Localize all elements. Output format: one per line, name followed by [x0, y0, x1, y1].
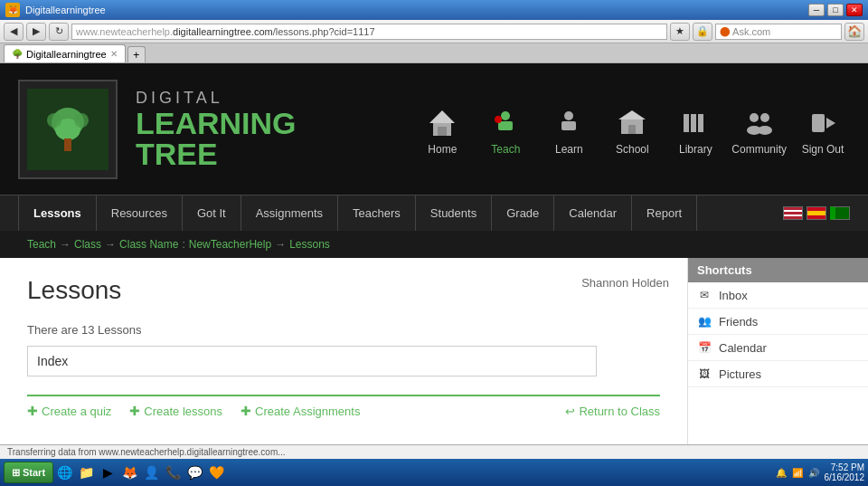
start-button[interactable]: ⊞ Start	[4, 462, 53, 483]
create-assignments-link[interactable]: ✚ Create Assignments	[241, 404, 360, 418]
address-prefix: www.newteacherhelp.	[76, 26, 173, 37]
create-quiz-link[interactable]: ✚ Create a quiz	[27, 404, 111, 418]
svg-marker-25	[826, 118, 835, 129]
taskbar-app2-icon[interactable]: 👤	[142, 463, 160, 481]
create-lessons-link[interactable]: ✚ Create lessons	[129, 404, 222, 418]
return-icon: ↩	[565, 405, 575, 418]
page-title: Lessons	[27, 276, 660, 305]
submenu-assignments[interactable]: Assignments	[241, 195, 338, 231]
window-controls: ─ □ ✕	[808, 4, 863, 16]
taskbar-app3-icon[interactable]: 📞	[164, 463, 182, 481]
breadcrumb-class[interactable]: Class	[74, 238, 101, 251]
breadcrumb-teach[interactable]: Teach	[27, 238, 56, 251]
submenu-teachers[interactable]: Teachers	[338, 195, 416, 231]
return-to-class-link[interactable]: ↩ Return to Class	[565, 405, 660, 418]
create-assignments-label: Create Assignments	[255, 405, 360, 418]
flag-pt[interactable]	[830, 206, 850, 220]
search-bar[interactable]: ⬤ Ask.com	[715, 24, 842, 40]
star-button[interactable]: ★	[670, 23, 690, 41]
nav-library[interactable]: Library	[668, 103, 722, 156]
svg-rect-17	[684, 114, 689, 132]
taskbar-firefox-icon[interactable]: 🦊	[120, 463, 138, 481]
nav-school[interactable]: School	[605, 103, 659, 156]
active-tab[interactable]: 🌳 Digitallearningtree ✕	[4, 44, 126, 62]
create-lessons-plus-icon: ✚	[129, 404, 140, 418]
svg-point-20	[750, 113, 759, 122]
breadcrumb-newteacherhelp[interactable]: NewTeacherHelp	[189, 238, 271, 251]
shortcut-friends-label: Friends	[719, 315, 758, 329]
address-bar[interactable]: www.newteacherhelp.digitallearningtree.c…	[71, 24, 667, 40]
nav-library-label: Library	[679, 143, 712, 156]
shortcut-friends[interactable]: 👥 Friends	[688, 309, 868, 335]
start-label: Start	[23, 467, 45, 478]
page-content: DIGITAL LEARNING TREE Home	[0, 63, 868, 459]
pictures-icon: 🖼	[697, 367, 712, 381]
back-button[interactable]: ◀	[4, 23, 24, 41]
breadcrumb-classname[interactable]: Class Name	[119, 238, 178, 251]
submenu-resources[interactable]: Resources	[97, 195, 183, 231]
shortcuts-header: Shortcuts	[688, 258, 868, 282]
submenu-grade[interactable]: Grade	[492, 195, 554, 231]
taskbar-app4-icon[interactable]: 🧡	[207, 463, 225, 481]
main-area: Lessons Shannon Holden There are 13 Less…	[0, 258, 868, 444]
shortcut-pictures-label: Pictures	[719, 367, 761, 381]
school-nav-icon	[612, 103, 652, 143]
submenu-lessons[interactable]: Lessons	[18, 195, 97, 231]
tab-close-icon[interactable]: ✕	[110, 49, 118, 59]
minimize-button[interactable]: ─	[808, 4, 825, 16]
main-nav: Home Teach	[415, 103, 850, 156]
title-bar: 🦊 Digitallearningtree ─ □ ✕	[0, 0, 868, 20]
refresh-button[interactable]: ↻	[49, 23, 69, 41]
svg-point-21	[760, 113, 769, 122]
inbox-icon: ✉	[697, 288, 712, 302]
flag-us[interactable]	[783, 206, 803, 220]
calendar-icon: 📅	[697, 340, 712, 355]
learn-nav-icon	[549, 103, 589, 143]
breadcrumb-lessons: Lessons	[289, 238, 330, 251]
submenu-report[interactable]: Report	[632, 195, 697, 231]
site-logo[interactable]	[18, 80, 118, 179]
site-title: DIGITAL LEARNING TREE	[136, 89, 297, 169]
nav-learn[interactable]: Learn	[542, 103, 596, 156]
nav-teach[interactable]: Teach	[478, 103, 533, 156]
submenu-gotit[interactable]: Got It	[183, 195, 241, 231]
nav-home[interactable]: Home	[415, 103, 469, 156]
forward-button[interactable]: ▶	[26, 23, 46, 41]
nav-home-label: Home	[428, 143, 457, 156]
new-tab-button[interactable]: +	[127, 46, 146, 62]
close-button[interactable]: ✕	[846, 4, 863, 16]
taskbar-skype-icon[interactable]: 💬	[185, 463, 203, 481]
lesson-input[interactable]	[27, 346, 597, 376]
windows-icon: ⊞	[12, 467, 20, 479]
shortcut-pictures[interactable]: 🖼 Pictures	[688, 361, 868, 387]
svg-point-3	[47, 113, 61, 128]
taskbar-folder-icon[interactable]: 📁	[77, 463, 95, 481]
lock-icon: 🔒	[693, 23, 712, 41]
return-label: Return to Class	[579, 405, 660, 418]
shortcut-inbox[interactable]: ✉ Inbox	[688, 282, 868, 309]
maximize-button[interactable]: □	[827, 4, 844, 16]
nav-community[interactable]: Community	[731, 103, 787, 156]
clock-time: 7:52 PM	[825, 462, 865, 472]
svg-rect-9	[498, 121, 513, 130]
teach-nav-icon	[486, 103, 525, 143]
submenu-calendar[interactable]: Calendar	[554, 195, 632, 231]
breadcrumb-sep4: →	[275, 238, 286, 251]
svg-rect-24	[812, 114, 825, 132]
breadcrumb-sep1: →	[60, 238, 71, 251]
taskbar-media-icon[interactable]: ▶	[99, 463, 117, 481]
logo-tree-icon	[41, 102, 95, 157]
library-nav-icon	[675, 103, 715, 143]
home-button[interactable]: 🏠	[844, 23, 864, 41]
taskbar-quick-launch: 🌐 📁 ▶ 🦊 👤 📞 💬 🧡	[55, 463, 225, 481]
flag-es[interactable]	[807, 206, 826, 220]
shortcut-calendar[interactable]: 📅 Calendar	[688, 335, 868, 361]
taskbar-ie-icon[interactable]: 🌐	[55, 463, 73, 481]
svg-rect-2	[64, 138, 71, 151]
action-bar: ✚ Create a quiz ✚ Create lessons ✚ Creat…	[27, 395, 660, 418]
svg-marker-15	[618, 110, 646, 119]
title-digital: DIGITAL	[136, 89, 297, 108]
tab-label: Digitallearningtree	[26, 49, 107, 60]
submenu-students[interactable]: Students	[416, 195, 492, 231]
nav-signout[interactable]: Sign Out	[796, 103, 850, 156]
